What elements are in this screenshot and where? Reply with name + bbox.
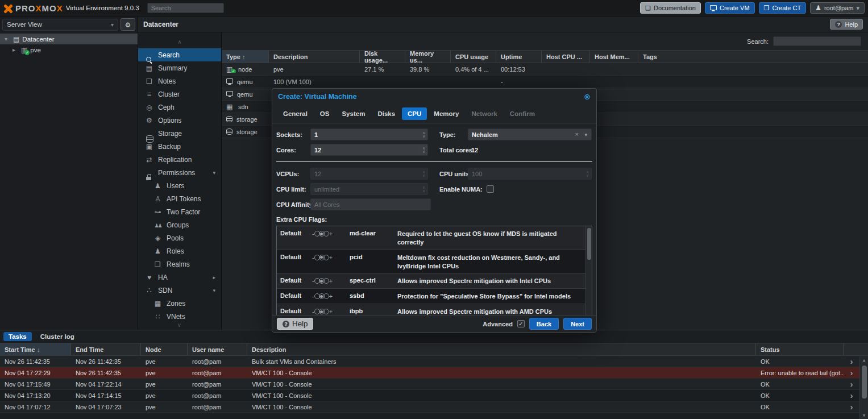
chevron-right-icon[interactable] <box>850 358 853 366</box>
sockets-input[interactable] <box>311 129 427 140</box>
column-header[interactable]: Node <box>141 343 188 355</box>
cpu-type-input[interactable] <box>468 129 591 140</box>
nav-item[interactable]: Replication <box>138 153 221 166</box>
next-button[interactable]: Next <box>563 318 592 330</box>
expander-right-icon[interactable]: ▸ <box>13 47 18 53</box>
expander-down-icon[interactable]: ▾ <box>5 36 10 42</box>
scroll-down-icon[interactable] <box>860 413 868 418</box>
flag-on-radio[interactable] <box>323 255 329 260</box>
nav-item[interactable]: Zones <box>138 297 221 310</box>
column-header[interactable]: Description <box>269 51 360 63</box>
cpu-limit-spinner <box>310 183 428 195</box>
cpu-flag-row: Default ssbd Protection for "Speculative… <box>277 289 592 304</box>
nav-item[interactable]: Notes <box>138 74 221 88</box>
column-header[interactable]: User name <box>188 343 247 355</box>
column-header[interactable]: Host Mem... <box>590 51 638 63</box>
nav-item[interactable]: Search <box>138 48 221 61</box>
scrollbar-thumb[interactable] <box>862 366 867 399</box>
nav-item[interactable]: HA <box>138 271 221 284</box>
column-header[interactable]: Memory us... <box>405 51 451 63</box>
scroll-up-icon[interactable] <box>860 358 868 363</box>
help-button[interactable]: Help <box>830 19 863 30</box>
nav-item[interactable]: SDN <box>138 284 221 297</box>
task-row[interactable]: Nov 04 17:07:12 Nov 04 17:07:23 pve root… <box>0 401 868 413</box>
dialog-tab[interactable]: Network <box>466 107 502 120</box>
flag-on-radio[interactable] <box>323 309 329 314</box>
nav-item[interactable]: Groups <box>138 218 221 231</box>
tasks-tab[interactable]: Tasks <box>3 332 32 341</box>
task-row[interactable]: Nov 04 17:13:20 Nov 04 17:14:15 pve root… <box>0 390 868 401</box>
cpu-type-label: Type: <box>439 131 468 138</box>
create-ct-button[interactable]: Create CT <box>759 2 807 14</box>
nav-item[interactable]: Two Factor <box>138 205 221 218</box>
task-row[interactable]: Nov 04 17:22:29 Nov 26 11:42:35 pve root… <box>0 367 868 379</box>
nav-item[interactable]: Options <box>138 114 221 127</box>
column-header[interactable]: Type <box>222 51 269 63</box>
user-menu-button[interactable]: root@pam <box>810 2 865 14</box>
tasks-tab[interactable]: Cluster log <box>35 332 80 341</box>
flag-on-radio[interactable] <box>323 293 329 299</box>
column-header[interactable]: Start Time <box>0 343 71 355</box>
dialog-title: Create: Virtual Machine <box>278 93 357 101</box>
cpu-affinity-input[interactable] <box>311 199 430 210</box>
flags-scrollbar[interactable] <box>585 226 592 318</box>
chevron-right-icon[interactable] <box>850 369 853 377</box>
flag-on-radio[interactable] <box>323 231 329 237</box>
nav-item[interactable]: Cluster <box>138 88 221 101</box>
dialog-tab[interactable]: CPU <box>402 107 427 120</box>
column-header[interactable]: Disk usage... <box>360 51 405 63</box>
task-row[interactable]: Nov 26 11:42:35 Nov 26 11:42:35 pve root… <box>0 356 868 367</box>
cores-input[interactable] <box>311 144 427 155</box>
scroll-up-icon[interactable]: ∧ <box>138 35 221 48</box>
tree-item-pve[interactable]: ▸ ✓ pve <box>0 44 138 55</box>
close-icon[interactable] <box>584 92 591 101</box>
nav-item[interactable]: API Tokens <box>138 192 221 205</box>
dialog-tab[interactable]: System <box>336 107 371 120</box>
nav-item[interactable]: Users <box>138 179 221 192</box>
scrollbar-thumb[interactable] <box>587 228 591 260</box>
table-row[interactable]: node pve 27.1 % 39.8 % 0.4% of 4 ... 00:… <box>222 63 868 76</box>
column-header[interactable]: Status <box>756 343 844 355</box>
spinner-arrows-icon[interactable] <box>422 130 425 139</box>
dialog-tab[interactable]: Disks <box>372 107 401 120</box>
dialog-tab-label: Disks <box>377 110 395 117</box>
column-header[interactable]: Tags <box>638 51 868 63</box>
grid-search-input[interactable] <box>773 36 861 46</box>
spinner-arrows-icon[interactable] <box>422 145 425 155</box>
column-header[interactable]: End Time <box>71 343 141 355</box>
clear-icon[interactable] <box>575 131 579 138</box>
nav-item[interactable]: Storage <box>138 127 221 140</box>
tree-settings-button[interactable] <box>121 18 135 31</box>
nav-item[interactable]: Permissions <box>138 166 221 179</box>
chevron-down-icon[interactable] <box>584 132 587 138</box>
tasks-scrollbar[interactable] <box>859 356 868 419</box>
scroll-down-icon[interactable]: ∨ <box>138 320 221 330</box>
column-header[interactable]: Description <box>247 343 756 355</box>
back-button[interactable]: Back <box>529 318 559 330</box>
dialog-tab[interactable]: Confirm <box>504 107 541 120</box>
column-header[interactable] <box>844 343 859 355</box>
global-search-input[interactable] <box>147 3 224 13</box>
nav-item[interactable]: Roles <box>138 244 221 258</box>
chevron-right-icon[interactable] <box>850 403 853 411</box>
column-header[interactable]: CPU usage <box>451 51 496 63</box>
dialog-tab[interactable]: OS <box>314 107 335 120</box>
dialog-help-button[interactable]: Help <box>277 318 313 330</box>
task-row[interactable]: Nov 04 17:15:49 Nov 04 17:22:14 pve root… <box>0 379 868 390</box>
advanced-checkbox[interactable] <box>517 320 525 327</box>
dialog-tab[interactable]: General <box>277 107 313 120</box>
column-header[interactable]: Uptime <box>496 51 542 63</box>
nav-item[interactable]: Ceph <box>138 101 221 114</box>
column-header[interactable]: Host CPU ... <box>542 51 590 63</box>
table-row[interactable]: qemu 100 (VM 100) - <box>222 76 868 88</box>
nav-item[interactable]: Realms <box>138 258 221 271</box>
documentation-button[interactable]: Documentation <box>640 2 701 14</box>
nav-item[interactable]: Pools <box>138 231 221 244</box>
chevron-right-icon[interactable] <box>850 380 853 388</box>
tree-item-datacenter[interactable]: ▾ Datacenter <box>0 34 138 44</box>
enable-numa-checkbox[interactable] <box>487 185 494 193</box>
chevron-right-icon[interactable] <box>850 392 853 400</box>
dialog-tab[interactable]: Memory <box>428 107 464 120</box>
create-vm-button[interactable]: Create VM <box>705 2 755 14</box>
view-selector[interactable]: Server View ▾ <box>2 19 118 31</box>
